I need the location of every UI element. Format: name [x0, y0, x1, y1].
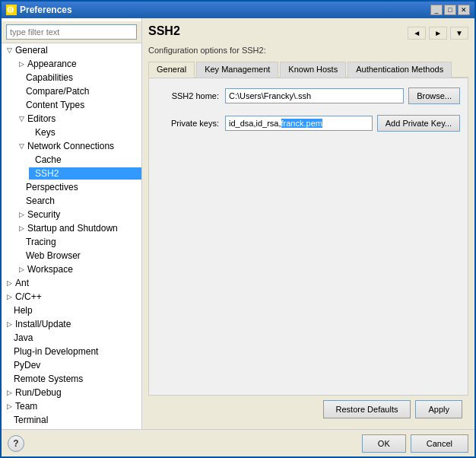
add-private-key-button[interactable]: Add Private Key...: [377, 115, 460, 132]
title-bar-left: ⚙ Preferences: [6, 5, 72, 15]
title-bar-controls: _ □ ✕: [430, 5, 470, 15]
forward-button[interactable]: ►: [429, 27, 447, 40]
sidebar-item-appearance[interactable]: ▷ Appearance: [11, 57, 141, 71]
tab-known-hosts[interactable]: Known Hosts: [280, 62, 346, 78]
nav-arrows: ◄ ► ▼: [408, 27, 468, 40]
panel-title: SSH2: [148, 24, 180, 38]
footer-left: ?: [8, 435, 24, 452]
sidebar: ▽ General ▷ Appearance Capabilities: [2, 18, 142, 429]
sidebar-item-perspectives[interactable]: Perspectives: [11, 180, 141, 194]
label-startup-shutdown: Startup and Shutdown: [27, 223, 118, 234]
sidebar-item-remote-systems[interactable]: Remote Systems: [2, 372, 141, 386]
bottom-buttons: Restore Defaults Apply: [148, 396, 468, 423]
sidebar-item-terminal[interactable]: Terminal: [2, 413, 141, 427]
dropdown-button[interactable]: ▼: [450, 27, 468, 40]
sidebar-item-search[interactable]: Search: [11, 194, 141, 208]
tab-content: SSH2 home: Browse... Private keys: id_ds…: [148, 78, 468, 396]
general-children: ▷ Appearance Capabilities Compare/Patch: [11, 57, 141, 276]
restore-button[interactable]: □: [444, 5, 456, 15]
label-keys: Keys: [35, 127, 56, 138]
main-content: ▽ General ▷ Appearance Capabilities: [2, 18, 474, 429]
sidebar-item-network-connections[interactable]: ▽ Network Connections: [11, 139, 141, 153]
minimize-button[interactable]: _: [430, 5, 443, 15]
sidebar-item-run-debug[interactable]: ▷ Run/Debug: [2, 386, 141, 399]
sidebar-item-security[interactable]: ▷ Security: [11, 208, 141, 221]
label-help: Help: [14, 305, 33, 316]
label-appearance: Appearance: [27, 59, 77, 69]
label-terminal: Terminal: [14, 415, 48, 425]
label-ant: Ant: [15, 278, 29, 288]
private-keys-selected: franck.pem: [281, 119, 322, 128]
help-button[interactable]: ?: [8, 435, 24, 452]
ssh2-home-row: SSH2 home: Browse...: [157, 87, 460, 104]
expand-icon-general: ▽: [5, 46, 14, 55]
sidebar-item-editors[interactable]: ▽ Editors: [11, 112, 141, 126]
tab-general[interactable]: General: [148, 62, 195, 78]
window-title: Preferences: [20, 5, 72, 15]
label-search: Search: [26, 196, 55, 206]
private-keys-row: Private keys: id_dsa,id_rsa,franck.pem A…: [157, 115, 460, 132]
filter-bar: [2, 21, 141, 43]
sidebar-item-java[interactable]: Java: [2, 331, 141, 345]
filter-input[interactable]: [6, 24, 137, 40]
private-keys-label: Private keys:: [157, 119, 225, 128]
label-web-browser: Web Browser: [26, 250, 81, 261]
expand-icon-run-debug: ▷: [5, 388, 14, 397]
sidebar-item-install-update[interactable]: ▷ Install/Update: [2, 317, 141, 331]
preferences-window: ⚙ Preferences _ □ ✕ ▽ General: [0, 0, 476, 458]
close-button[interactable]: ✕: [458, 5, 470, 15]
sidebar-item-cpp[interactable]: ▷ C/C++: [2, 290, 141, 304]
sidebar-item-general[interactable]: ▽ General: [2, 43, 141, 57]
private-keys-display[interactable]: id_dsa,id_rsa,franck.pem: [225, 116, 373, 131]
panel-header: SSH2 ◄ ► ▼: [148, 24, 468, 41]
tab-key-management[interactable]: Key Management: [196, 62, 278, 78]
sidebar-item-cache[interactable]: Cache: [29, 153, 141, 167]
restore-defaults-button[interactable]: Restore Defaults: [323, 400, 411, 418]
private-keys-before: id_dsa,id_rsa,: [229, 119, 281, 128]
label-cpp: C/C++: [15, 291, 42, 302]
browse-button[interactable]: Browse...: [408, 87, 460, 104]
sidebar-item-team[interactable]: ▷ Team: [2, 399, 141, 413]
ssh2-home-input[interactable]: [225, 88, 404, 103]
network-children: Cache SSH2: [29, 153, 141, 180]
expand-icon-editors: ▽: [17, 114, 26, 123]
label-java: Java: [14, 332, 33, 343]
expand-icon-startup: ▷: [17, 224, 26, 233]
label-team: Team: [15, 401, 37, 412]
sidebar-item-startup-shutdown[interactable]: ▷ Startup and Shutdown: [11, 221, 141, 235]
ok-button[interactable]: OK: [362, 434, 406, 453]
footer: ? OK Cancel: [2, 429, 474, 456]
sidebar-item-ant[interactable]: ▷ Ant: [2, 276, 141, 290]
sidebar-item-web-browser[interactable]: Web Browser: [11, 249, 141, 262]
label-perspectives: Perspectives: [26, 182, 78, 192]
back-button[interactable]: ◄: [408, 27, 426, 40]
label-plugin-development: Plug-in Development: [14, 346, 98, 357]
sidebar-item-capabilities[interactable]: Capabilities: [11, 71, 141, 84]
sidebar-item-keys[interactable]: Keys: [29, 126, 141, 139]
sidebar-item-tracing[interactable]: Tracing: [11, 235, 141, 249]
sidebar-item-compare-patch[interactable]: Compare/Patch: [11, 84, 141, 98]
tabs-container: General Key Management Known Hosts Authe…: [148, 61, 468, 78]
label-workspace: Workspace: [27, 264, 73, 275]
sidebar-item-workspace[interactable]: ▷ Workspace: [11, 262, 141, 276]
apply-button[interactable]: Apply: [415, 400, 462, 418]
label-capabilities: Capabilities: [26, 72, 73, 83]
sidebar-item-pydev[interactable]: PyDev: [2, 358, 141, 372]
sidebar-item-ssh2[interactable]: SSH2: [29, 167, 141, 180]
footer-right: OK Cancel: [362, 434, 468, 453]
cancel-button[interactable]: Cancel: [411, 434, 468, 453]
label-security: Security: [27, 209, 60, 220]
label-remote-systems: Remote Systems: [14, 374, 83, 384]
tab-auth-methods[interactable]: Authentication Methods: [347, 62, 452, 78]
sidebar-item-content-types[interactable]: Content Types: [11, 98, 141, 112]
expand-icon-install: ▷: [5, 320, 14, 329]
sidebar-item-help[interactable]: Help: [2, 304, 141, 317]
panel-description: Configuration options for SSH2:: [148, 46, 468, 55]
sidebar-item-plugin-dev[interactable]: Plug-in Development: [2, 345, 141, 358]
window-icon: ⚙: [6, 5, 17, 15]
label-tracing: Tracing: [26, 237, 56, 247]
label-network-connections: Network Connections: [27, 141, 114, 151]
label-editors: Editors: [27, 113, 56, 124]
title-bar: ⚙ Preferences _ □ ✕: [2, 2, 474, 18]
expand-icon-appearance: ▷: [17, 59, 26, 68]
